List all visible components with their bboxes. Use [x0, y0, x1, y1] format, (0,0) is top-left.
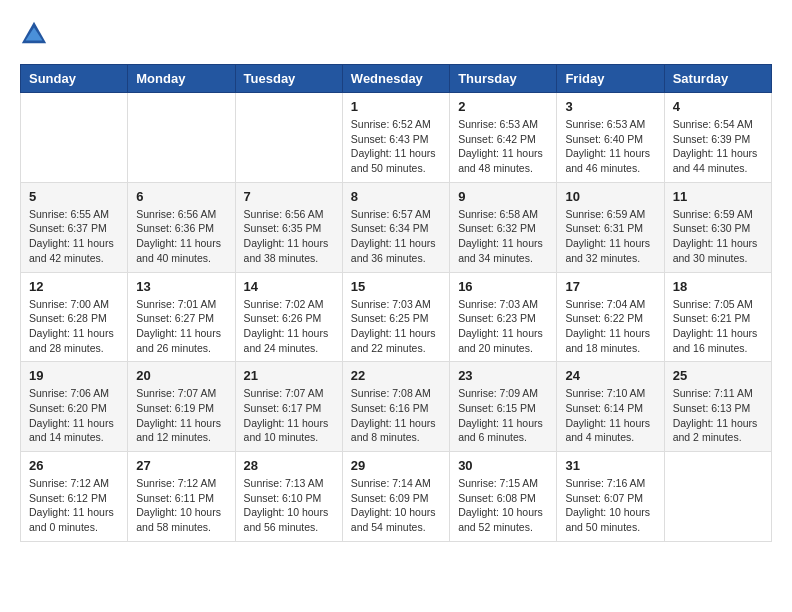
- day-cell: 25Sunrise: 7:11 AMSunset: 6:13 PMDayligh…: [664, 362, 771, 452]
- day-cell: 18Sunrise: 7:05 AMSunset: 6:21 PMDayligh…: [664, 272, 771, 362]
- day-info: Sunrise: 7:07 AMSunset: 6:19 PMDaylight:…: [136, 386, 226, 445]
- day-number: 21: [244, 368, 334, 383]
- day-info: Sunrise: 7:04 AMSunset: 6:22 PMDaylight:…: [565, 297, 655, 356]
- day-cell: 9Sunrise: 6:58 AMSunset: 6:32 PMDaylight…: [450, 182, 557, 272]
- day-info: Sunrise: 7:03 AMSunset: 6:23 PMDaylight:…: [458, 297, 548, 356]
- day-cell: 7Sunrise: 6:56 AMSunset: 6:35 PMDaylight…: [235, 182, 342, 272]
- day-number: 13: [136, 279, 226, 294]
- day-info: Sunrise: 7:12 AMSunset: 6:11 PMDaylight:…: [136, 476, 226, 535]
- logo: [20, 20, 52, 48]
- calendar-table: SundayMondayTuesdayWednesdayThursdayFrid…: [20, 64, 772, 542]
- day-number: 17: [565, 279, 655, 294]
- day-cell: 23Sunrise: 7:09 AMSunset: 6:15 PMDayligh…: [450, 362, 557, 452]
- day-cell: 1Sunrise: 6:52 AMSunset: 6:43 PMDaylight…: [342, 93, 449, 183]
- day-info: Sunrise: 7:07 AMSunset: 6:17 PMDaylight:…: [244, 386, 334, 445]
- day-info: Sunrise: 6:53 AMSunset: 6:40 PMDaylight:…: [565, 117, 655, 176]
- day-info: Sunrise: 6:55 AMSunset: 6:37 PMDaylight:…: [29, 207, 119, 266]
- day-cell: [21, 93, 128, 183]
- day-info: Sunrise: 6:59 AMSunset: 6:31 PMDaylight:…: [565, 207, 655, 266]
- week-row-3: 12Sunrise: 7:00 AMSunset: 6:28 PMDayligh…: [21, 272, 772, 362]
- day-cell: 5Sunrise: 6:55 AMSunset: 6:37 PMDaylight…: [21, 182, 128, 272]
- day-number: 26: [29, 458, 119, 473]
- day-cell: 21Sunrise: 7:07 AMSunset: 6:17 PMDayligh…: [235, 362, 342, 452]
- day-number: 18: [673, 279, 763, 294]
- day-number: 24: [565, 368, 655, 383]
- day-cell: 20Sunrise: 7:07 AMSunset: 6:19 PMDayligh…: [128, 362, 235, 452]
- day-number: 7: [244, 189, 334, 204]
- day-info: Sunrise: 6:56 AMSunset: 6:36 PMDaylight:…: [136, 207, 226, 266]
- day-info: Sunrise: 7:09 AMSunset: 6:15 PMDaylight:…: [458, 386, 548, 445]
- day-info: Sunrise: 7:03 AMSunset: 6:25 PMDaylight:…: [351, 297, 441, 356]
- day-cell: 30Sunrise: 7:15 AMSunset: 6:08 PMDayligh…: [450, 452, 557, 542]
- day-number: 15: [351, 279, 441, 294]
- day-cell: 29Sunrise: 7:14 AMSunset: 6:09 PMDayligh…: [342, 452, 449, 542]
- day-cell: 3Sunrise: 6:53 AMSunset: 6:40 PMDaylight…: [557, 93, 664, 183]
- day-number: 3: [565, 99, 655, 114]
- day-header-thursday: Thursday: [450, 65, 557, 93]
- day-info: Sunrise: 7:16 AMSunset: 6:07 PMDaylight:…: [565, 476, 655, 535]
- day-info: Sunrise: 6:59 AMSunset: 6:30 PMDaylight:…: [673, 207, 763, 266]
- day-number: 2: [458, 99, 548, 114]
- day-cell: 8Sunrise: 6:57 AMSunset: 6:34 PMDaylight…: [342, 182, 449, 272]
- day-cell: 17Sunrise: 7:04 AMSunset: 6:22 PMDayligh…: [557, 272, 664, 362]
- day-info: Sunrise: 7:00 AMSunset: 6:28 PMDaylight:…: [29, 297, 119, 356]
- day-number: 9: [458, 189, 548, 204]
- logo-icon: [20, 20, 48, 48]
- day-cell: 11Sunrise: 6:59 AMSunset: 6:30 PMDayligh…: [664, 182, 771, 272]
- day-info: Sunrise: 6:54 AMSunset: 6:39 PMDaylight:…: [673, 117, 763, 176]
- day-cell: 27Sunrise: 7:12 AMSunset: 6:11 PMDayligh…: [128, 452, 235, 542]
- day-info: Sunrise: 7:08 AMSunset: 6:16 PMDaylight:…: [351, 386, 441, 445]
- day-cell: 24Sunrise: 7:10 AMSunset: 6:14 PMDayligh…: [557, 362, 664, 452]
- day-number: 6: [136, 189, 226, 204]
- day-number: 31: [565, 458, 655, 473]
- day-info: Sunrise: 7:12 AMSunset: 6:12 PMDaylight:…: [29, 476, 119, 535]
- day-info: Sunrise: 7:01 AMSunset: 6:27 PMDaylight:…: [136, 297, 226, 356]
- day-number: 14: [244, 279, 334, 294]
- day-cell: 10Sunrise: 6:59 AMSunset: 6:31 PMDayligh…: [557, 182, 664, 272]
- day-info: Sunrise: 6:57 AMSunset: 6:34 PMDaylight:…: [351, 207, 441, 266]
- day-cell: 28Sunrise: 7:13 AMSunset: 6:10 PMDayligh…: [235, 452, 342, 542]
- day-cell: 26Sunrise: 7:12 AMSunset: 6:12 PMDayligh…: [21, 452, 128, 542]
- day-number: 19: [29, 368, 119, 383]
- day-cell: 15Sunrise: 7:03 AMSunset: 6:25 PMDayligh…: [342, 272, 449, 362]
- day-info: Sunrise: 7:15 AMSunset: 6:08 PMDaylight:…: [458, 476, 548, 535]
- header-row: SundayMondayTuesdayWednesdayThursdayFrid…: [21, 65, 772, 93]
- day-cell: 12Sunrise: 7:00 AMSunset: 6:28 PMDayligh…: [21, 272, 128, 362]
- week-row-2: 5Sunrise: 6:55 AMSunset: 6:37 PMDaylight…: [21, 182, 772, 272]
- day-number: 10: [565, 189, 655, 204]
- day-info: Sunrise: 7:10 AMSunset: 6:14 PMDaylight:…: [565, 386, 655, 445]
- day-cell: 31Sunrise: 7:16 AMSunset: 6:07 PMDayligh…: [557, 452, 664, 542]
- day-number: 16: [458, 279, 548, 294]
- day-info: Sunrise: 7:05 AMSunset: 6:21 PMDaylight:…: [673, 297, 763, 356]
- day-number: 29: [351, 458, 441, 473]
- day-cell: 4Sunrise: 6:54 AMSunset: 6:39 PMDaylight…: [664, 93, 771, 183]
- day-number: 20: [136, 368, 226, 383]
- day-header-friday: Friday: [557, 65, 664, 93]
- day-number: 1: [351, 99, 441, 114]
- day-number: 25: [673, 368, 763, 383]
- day-number: 12: [29, 279, 119, 294]
- day-number: 5: [29, 189, 119, 204]
- day-info: Sunrise: 7:02 AMSunset: 6:26 PMDaylight:…: [244, 297, 334, 356]
- day-cell: 13Sunrise: 7:01 AMSunset: 6:27 PMDayligh…: [128, 272, 235, 362]
- day-cell: 6Sunrise: 6:56 AMSunset: 6:36 PMDaylight…: [128, 182, 235, 272]
- day-cell: [664, 452, 771, 542]
- page-header: [20, 20, 772, 48]
- day-cell: [235, 93, 342, 183]
- week-row-1: 1Sunrise: 6:52 AMSunset: 6:43 PMDaylight…: [21, 93, 772, 183]
- day-number: 22: [351, 368, 441, 383]
- day-info: Sunrise: 6:53 AMSunset: 6:42 PMDaylight:…: [458, 117, 548, 176]
- day-info: Sunrise: 7:14 AMSunset: 6:09 PMDaylight:…: [351, 476, 441, 535]
- day-number: 27: [136, 458, 226, 473]
- day-number: 8: [351, 189, 441, 204]
- day-number: 28: [244, 458, 334, 473]
- day-number: 30: [458, 458, 548, 473]
- day-header-wednesday: Wednesday: [342, 65, 449, 93]
- day-info: Sunrise: 7:13 AMSunset: 6:10 PMDaylight:…: [244, 476, 334, 535]
- week-row-5: 26Sunrise: 7:12 AMSunset: 6:12 PMDayligh…: [21, 452, 772, 542]
- day-number: 4: [673, 99, 763, 114]
- day-header-saturday: Saturday: [664, 65, 771, 93]
- day-header-monday: Monday: [128, 65, 235, 93]
- day-info: Sunrise: 6:58 AMSunset: 6:32 PMDaylight:…: [458, 207, 548, 266]
- day-header-tuesday: Tuesday: [235, 65, 342, 93]
